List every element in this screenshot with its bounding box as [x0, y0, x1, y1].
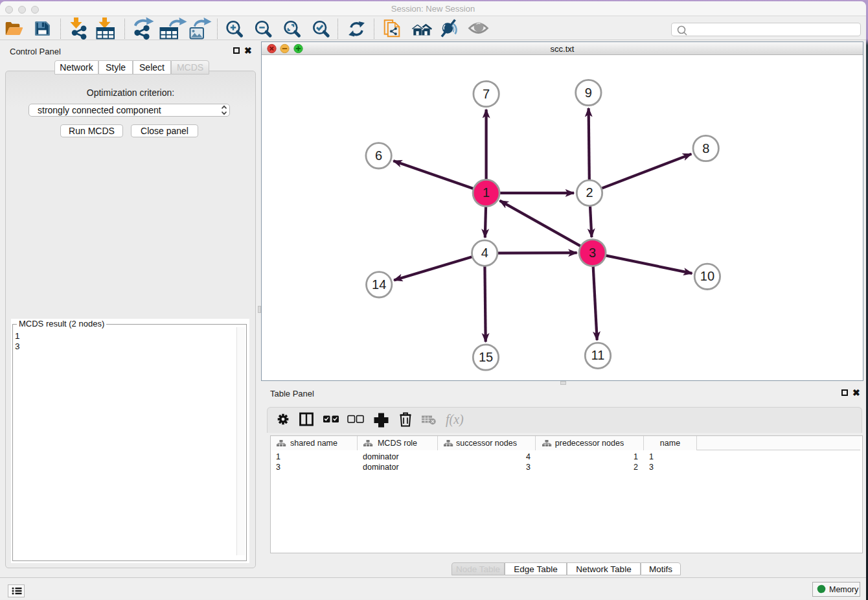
svg-text:6: 6 [375, 148, 382, 163]
svg-text:2: 2 [586, 185, 593, 200]
svg-text:14: 14 [372, 277, 386, 292]
svg-text:f(x): f(x) [446, 412, 464, 427]
svg-text:15: 15 [479, 350, 493, 364]
svg-text:3: 3 [589, 246, 596, 260]
svg-text:4: 4 [481, 246, 488, 260]
svg-text:7: 7 [483, 87, 490, 101]
svg-text:8: 8 [702, 141, 709, 156]
svg-text:1: 1 [483, 185, 490, 200]
svg-text:10: 10 [700, 269, 714, 283]
svg-text:11: 11 [591, 348, 605, 362]
svg-text:9: 9 [585, 86, 592, 100]
